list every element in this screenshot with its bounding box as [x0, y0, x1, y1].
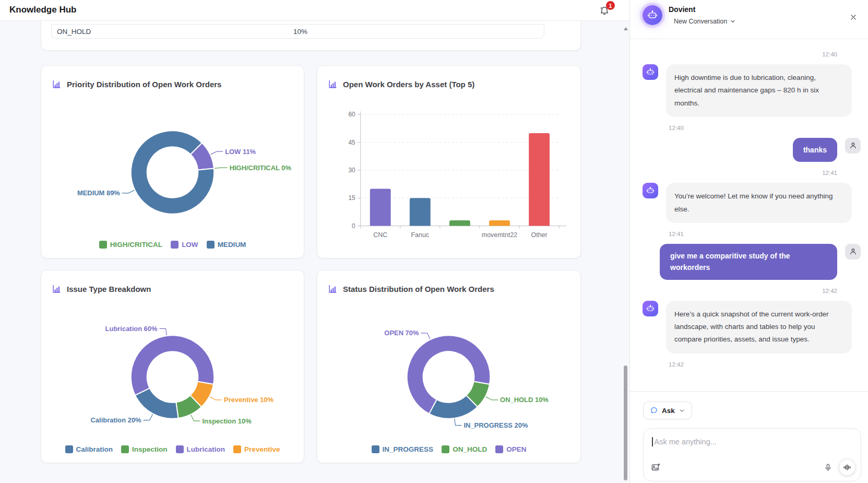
priority-donut-chart[interactable]: LOW 11%HIGH/CRITICAL 0%MEDIUM 89% — [41, 99, 304, 245]
notifications-button[interactable]: 1 — [598, 3, 617, 19]
chat-footer: Ask Ask me anything... — [630, 391, 868, 483]
user-message-row: thanks — [643, 138, 861, 162]
legend-item-LOW[interactable]: LOW — [171, 241, 198, 249]
legend-item-Lubrication[interactable]: Lubrication — [176, 445, 225, 453]
user-avatar — [845, 138, 861, 154]
microphone-icon — [824, 463, 833, 472]
chat-header: Dovient New Conversation — [630, 0, 868, 39]
bot-avatar — [643, 301, 658, 316]
conversation-label: New Conversation — [674, 18, 727, 25]
chat-message-list[interactable]: 12:40High downtime is due to lubrication… — [630, 39, 868, 391]
bar-chart-icon — [328, 79, 338, 89]
chat-input[interactable]: Ask me anything... — [643, 428, 861, 481]
person-icon — [849, 141, 858, 150]
workorders-by-asset-card: Open Work Orders by Asset (Top 5) 015304… — [317, 65, 581, 258]
user-message-bubble: thanks — [793, 138, 837, 162]
microphone-button[interactable] — [824, 463, 833, 472]
legend-item-ON_HOLD[interactable]: ON_HOLD — [442, 445, 487, 453]
bot-message-bubble: You’re welcome! Let me know if you need … — [666, 183, 852, 223]
legend-item-Calibration[interactable]: Calibration — [65, 445, 113, 453]
status-donut-chart[interactable]: ON_HOLD 10%IN_PROGRESS 20%OPEN 70% — [317, 304, 580, 450]
close-chat-button[interactable] — [847, 10, 860, 24]
chart-legend: IN_PROGRESSON_HOLDOPEN — [317, 445, 580, 453]
chart-title: Issue Type Breakdown — [67, 285, 151, 293]
legend-swatch — [171, 241, 179, 249]
assistant-avatar — [643, 5, 662, 25]
donut-label: Lubrication 60% — [105, 325, 158, 333]
donut-label: HIGH/CRITICAL 0% — [230, 164, 292, 172]
table-row: ON_HOLD 10% — [52, 25, 544, 38]
legend-swatch — [99, 241, 107, 249]
table-cell-status: ON_HOLD — [57, 28, 91, 36]
legend-swatch — [495, 445, 503, 453]
legend-item-MEDIUM[interactable]: MEDIUM — [207, 241, 246, 249]
message-timestamp: 12:41 — [669, 231, 861, 237]
legend-label: MEDIUM — [218, 241, 246, 249]
donut-label: Inspection 10% — [202, 417, 252, 425]
chat-panel: Dovient New Conversation 12:40High downt… — [629, 0, 868, 483]
chart-legend: HIGH/CRITICALLOWMEDIUM — [41, 241, 304, 249]
issue-type-breakdown-card: Issue Type Breakdown Preventive 10%Inspe… — [41, 270, 304, 463]
bar-Other — [529, 133, 550, 226]
svg-text:movemtnt22: movemtnt22 — [482, 231, 518, 239]
donut-segment-MEDIUM — [131, 131, 214, 214]
assistant-name: Dovient — [669, 5, 695, 14]
svg-text:0: 0 — [352, 222, 355, 230]
status-table: ON_HOLD 10% — [51, 24, 544, 39]
chevron-down-icon — [679, 407, 685, 414]
legend-label: Inspection — [132, 445, 168, 453]
bot-message-row: You’re welcome! Let me know if you need … — [643, 183, 861, 223]
message-timestamp: 12:42 — [669, 361, 861, 368]
bot-message-bubble: High downtime is due to lubrication, cle… — [666, 64, 852, 117]
message-timestamp: 12:42 — [643, 288, 837, 294]
person-icon — [849, 247, 858, 256]
svg-text:15: 15 — [348, 194, 355, 202]
ask-mode-button[interactable]: Ask — [643, 402, 692, 419]
legend-item-Preventive[interactable]: Preventive — [233, 445, 280, 453]
add-image-button[interactable] — [651, 463, 661, 473]
asset-bar-chart[interactable]: 015304560CNCFanucmovemtnt22Other — [317, 99, 580, 245]
bar-chart-icon — [52, 79, 62, 89]
message-timestamp: 12:40 — [669, 125, 861, 131]
table-cell-percentage: 10% — [293, 28, 307, 36]
legend-label: Lubrication — [187, 445, 225, 453]
legend-item-OPEN[interactable]: OPEN — [495, 445, 526, 453]
bot-avatar — [643, 64, 658, 80]
bot-message-row: High downtime is due to lubrication, cle… — [643, 64, 861, 117]
ask-button-label: Ask — [662, 407, 675, 415]
priority-distribution-card: Priority Distribution of Open Work Order… — [41, 65, 304, 258]
legend-item-HIGH/CRITICAL[interactable]: HIGH/CRITICAL — [99, 241, 163, 249]
donut-segment-Calibration — [135, 388, 179, 418]
legend-label: Preventive — [244, 445, 280, 453]
status-distribution-card: Status Distribution of Open Work Orders … — [317, 270, 581, 463]
scrollbar-thumb[interactable] — [624, 366, 627, 480]
notification-count-badge: 1 — [606, 1, 615, 10]
scrollbar-up-arrow-icon[interactable] — [624, 27, 628, 30]
robot-icon — [646, 304, 655, 313]
chat-input-placeholder: Ask me anything... — [655, 438, 717, 446]
issue-donut-chart[interactable]: Preventive 10%Inspection 10%Calibration … — [41, 304, 304, 450]
bot-message-row: Here’s a quick snapshot of the current w… — [643, 301, 861, 354]
voice-mode-button[interactable] — [839, 459, 855, 476]
bot-message-bubble: Here’s a quick snapshot of the current w… — [666, 301, 852, 354]
bar-CNC — [370, 189, 391, 226]
legend-label: HIGH/CRITICAL — [110, 241, 163, 249]
robot-icon — [646, 68, 655, 76]
donut-label: Calibration 20% — [91, 416, 142, 424]
chart-legend: CalibrationInspectionLubricationPreventi… — [41, 445, 304, 453]
legend-label: Calibration — [76, 445, 113, 453]
bar-movemtnt22 — [489, 220, 510, 226]
bar-unlabeled — [449, 220, 470, 226]
legend-item-Inspection[interactable]: Inspection — [121, 445, 168, 453]
legend-swatch — [207, 241, 215, 249]
legend-item-IN_PROGRESS[interactable]: IN_PROGRESS — [372, 445, 434, 453]
message-timestamp: 12:41 — [643, 170, 837, 176]
legend-label: IN_PROGRESS — [383, 445, 434, 453]
bot-avatar — [643, 183, 658, 198]
main-scrollbar[interactable] — [623, 21, 628, 483]
chart-title: Priority Distribution of Open Work Order… — [67, 80, 221, 89]
svg-text:45: 45 — [348, 139, 355, 146]
conversation-selector[interactable]: New Conversation — [674, 18, 736, 25]
svg-text:CNC: CNC — [373, 231, 387, 239]
chart-title: Status Distribution of Open Work Orders — [343, 285, 494, 293]
